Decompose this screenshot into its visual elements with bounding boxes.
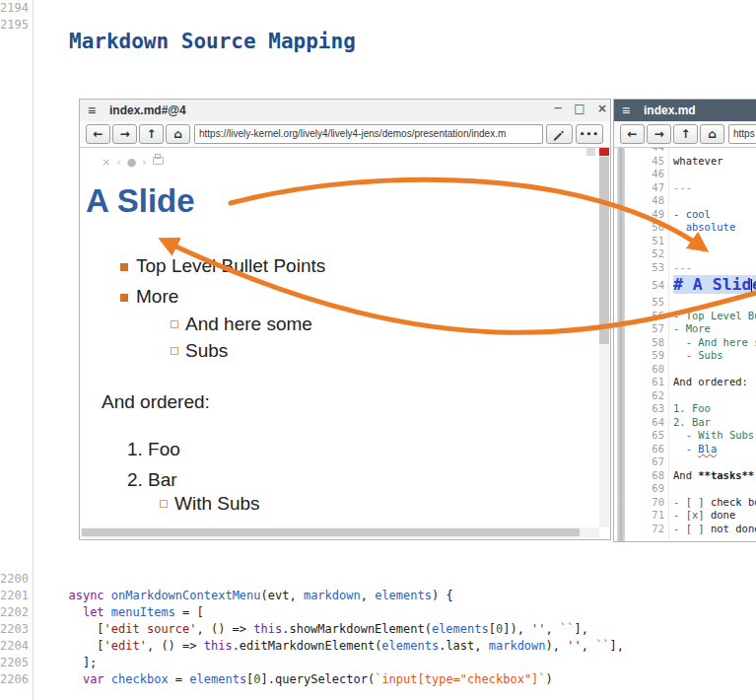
prev-slide-icon[interactable]: ‹ [116, 156, 126, 169]
sub-bullet-square-icon [160, 500, 168, 508]
code-line: 66 - Bla [614, 443, 756, 456]
code-line: 71- [x] done [614, 509, 756, 523]
line-number: 2194 [0, 1, 29, 18]
code-text: let menuItems = [ [29, 605, 204, 622]
code-line: 2203 ['edit source', () => this.showMark… [0, 622, 756, 639]
page-title: Markdown Source Mapping [69, 30, 356, 53]
code-line: 46 [614, 168, 756, 181]
code-text: ['edit source', () => this.showMarkdownE… [29, 622, 588, 639]
code-text: whatever [668, 155, 723, 169]
code-text: - Top Level Bullet Points [668, 310, 756, 323]
code-text: 2. Bar [668, 416, 711, 430]
line-number: 2200 [0, 572, 29, 589]
gutter-border [668, 147, 669, 542]
code-line: 2194 [0, 1, 756, 18]
browser-window-rendered: ≡ index.md#@4 ─ □ × ← → ↑ ⌂ https://live… [79, 99, 611, 540]
code-line: 62 [614, 389, 756, 403]
code-line: 53--- [614, 261, 756, 275]
vertical-scrollbar-thumb[interactable] [599, 157, 609, 344]
window-title: index.md#@4 [109, 104, 186, 117]
slide-sub-bullet: Subs [185, 340, 228, 362]
slide-ordered-item: 1. Foo [127, 439, 180, 460]
hamburger-menu-icon[interactable]: ≡ [88, 103, 96, 118]
slide-sub-bullet: With Subs [174, 493, 260, 515]
current-slide-icon[interactable]: ● [127, 156, 143, 169]
code-line: 45whatever [614, 155, 756, 169]
sub-bullet-square-icon [171, 347, 178, 355]
code-line: 2201 async onMarkdownContextMenu(evt, ma… [0, 589, 756, 605]
code-text: - Subs [668, 349, 723, 363]
print-icon[interactable] [153, 157, 164, 165]
code-line: 65 - With Subs [614, 429, 756, 443]
code-line: 67 [614, 455, 756, 469]
code-text: And ordered: [668, 376, 748, 389]
code-line: 2202 let menuItems = [ [0, 605, 756, 622]
up-button[interactable]: ↑ [673, 124, 698, 144]
maximize-button[interactable]: □ [571, 102, 588, 118]
back-button[interactable]: ← [86, 124, 110, 144]
code-text: - [ ] not done [668, 523, 756, 536]
horizontal-scrollbar-thumb[interactable] [82, 528, 580, 536]
back-button[interactable]: ← [620, 124, 645, 144]
code-text: ]; [29, 656, 97, 672]
editor-lines: 4445whatever4647---4849- cool50 absolute… [614, 141, 756, 535]
code-text: - More [668, 322, 711, 336]
code-text: --- [668, 181, 692, 195]
window-titlebar[interactable]: ≡ index.md#@4 ─ □ × [80, 100, 610, 122]
code-line: 2204 ['edit', () => this.editMarkdownEle… [0, 639, 756, 656]
page: 21942195 Markdown Source Mapping ≡ index… [0, 0, 756, 700]
code-text: var checkbox = elements[0].querySelector… [29, 672, 553, 689]
code-line: 58 - And here some [614, 336, 756, 350]
more-options-button[interactable]: ••• [576, 124, 603, 144]
navigation-bar: ← → ↑ ⌂ https [614, 121, 756, 148]
code-text: ['edit', () => this.editMarkdownElement(… [29, 639, 624, 656]
next-slide-icon[interactable]: › [142, 156, 152, 169]
url-input[interactable]: https://lively-kernel.org/lively4/lively… [194, 124, 543, 144]
code-line: 48 [614, 194, 756, 208]
code-text: - [ ] check box [668, 496, 756, 510]
hamburger-menu-icon[interactable]: ≡ [622, 103, 630, 118]
code-line: 642. Bar [614, 416, 756, 430]
forward-button[interactable]: → [647, 124, 671, 144]
navigation-bar: ← → ↑ ⌂ https://lively-kernel.org/lively… [80, 121, 610, 148]
gray-marker [586, 147, 595, 156]
home-button[interactable]: ⌂ [700, 124, 724, 144]
code-line: 68And **tasks** [614, 469, 756, 483]
code-line: 51 [614, 235, 756, 248]
code-line: 2206 var checkbox = elements[0].querySel… [0, 672, 756, 689]
home-button[interactable]: ⌂ [166, 124, 190, 144]
slide-sub-bullet: And here some [185, 314, 312, 335]
url-input[interactable]: https [728, 124, 756, 144]
line-number: 2201 [0, 589, 29, 605]
code-line: 52 [614, 247, 756, 261]
window-titlebar[interactable]: ≡ index.md [614, 100, 756, 122]
red-marker [599, 147, 609, 156]
line-number: 2203 [0, 622, 29, 639]
code-text: async onMarkdownContextMenu(evt, markdow… [29, 589, 453, 605]
edit-button[interactable] [546, 124, 573, 144]
sub-bullet-square-icon [171, 320, 178, 328]
editor-left-scrollbar[interactable] [617, 147, 625, 542]
line-number: 2204 [0, 639, 29, 656]
editor-window-source: 4445whatever4647---4849- cool50 absolute… [613, 99, 756, 542]
code-text: --- [668, 261, 692, 275]
up-button[interactable]: ↑ [139, 124, 164, 144]
pencil-icon [552, 128, 566, 142]
minimize-button[interactable]: ─ [549, 102, 567, 118]
code-line: 69 [614, 482, 756, 496]
code-line: 61And ordered: [614, 376, 756, 389]
code-line: 70- [ ] check box [614, 496, 756, 510]
code-line: 60 [614, 363, 756, 377]
fullscreen-icon[interactable]: × [102, 156, 116, 169]
code-line: 47--- [614, 181, 756, 195]
bullet-square-icon [120, 263, 128, 271]
code-line: 55 [614, 296, 756, 310]
code-line: 59 - Subs [614, 349, 756, 363]
code-text: - Bla [668, 443, 717, 456]
code-text: 1. Foo [668, 402, 711, 416]
code-text: - [x] done [668, 509, 735, 523]
forward-button[interactable]: → [112, 124, 137, 144]
close-button[interactable]: × [593, 102, 611, 118]
window-title: index.md [644, 104, 696, 117]
code-text: - And here some [668, 336, 756, 350]
